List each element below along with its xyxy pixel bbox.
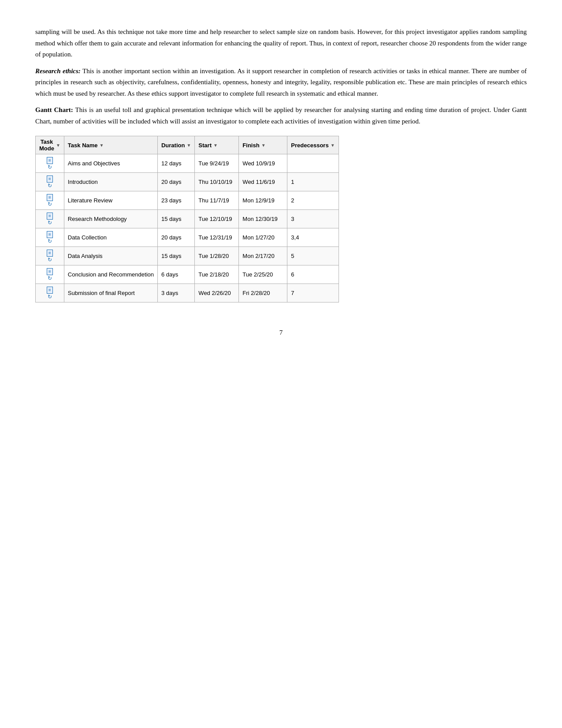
predecessors-cell: 2 [287, 191, 339, 210]
task-mode-cell: ≡↻ [36, 154, 64, 173]
col-header-predecessors[interactable]: Predecessors ▼ [287, 136, 339, 154]
predecessors-cell: 3 [287, 210, 339, 228]
duration-cell: 12 days [157, 154, 194, 173]
table-header-row: TaskMode ▼ Task Name ▼ Duration ▼ [36, 136, 339, 154]
task-name-cell: Literature Review [64, 191, 157, 210]
task-mode-dropdown-icon[interactable]: ▼ [56, 143, 60, 148]
finish-cell: Fri 2/28/20 [239, 284, 287, 302]
duration-cell: 6 days [157, 265, 194, 284]
task-mode-icon: ≡↻ [47, 250, 53, 263]
col-header-duration[interactable]: Duration ▼ [157, 136, 194, 154]
task-name-cell: Research Methodology [64, 210, 157, 228]
duration-cell: 20 days [157, 228, 194, 247]
finish-dropdown-icon[interactable]: ▼ [261, 143, 266, 148]
pred-header-label: Predecessors [291, 142, 328, 149]
table-row: ≡↻Literature Review23 daysThu 11/7/19Mon… [36, 191, 339, 210]
duration-cell: 15 days [157, 247, 194, 265]
task-mode-cell: ≡↻ [36, 228, 64, 247]
task-name-cell: Data Collection [64, 228, 157, 247]
task-mode-cell: ≡↻ [36, 191, 64, 210]
start-cell: Tue 9/24/19 [195, 154, 239, 173]
table-row: ≡↻Conclusion and Recommendetion6 daysTue… [36, 265, 339, 284]
pred-dropdown-icon[interactable]: ▼ [331, 143, 335, 148]
task-mode-cell: ≡↻ [36, 284, 64, 302]
gantt-table-wrapper: TaskMode ▼ Task Name ▼ Duration ▼ [35, 136, 527, 302]
task-mode-header-label: TaskMode [39, 138, 54, 152]
task-mode-icon: ≡↻ [47, 287, 53, 300]
gantt-table: TaskMode ▼ Task Name ▼ Duration ▼ [35, 136, 339, 302]
predecessors-cell: 1 [287, 173, 339, 191]
col-header-start[interactable]: Start ▼ [195, 136, 239, 154]
table-row: ≡↻Aims and Objectives12 daysTue 9/24/19W… [36, 154, 339, 173]
task-name-header-label: Task Name [68, 142, 98, 149]
paragraph-2-text: This is another important section within… [35, 67, 527, 97]
finish-cell: Wed 11/6/19 [239, 173, 287, 191]
col-header-finish[interactable]: Finish ▼ [239, 136, 287, 154]
predecessors-cell: 3,4 [287, 228, 339, 247]
task-name-cell: Aims and Objectives [64, 154, 157, 173]
task-mode-cell: ≡↻ [36, 173, 64, 191]
research-ethics-label: Research ethics: [35, 67, 81, 75]
task-mode-icon: ≡↻ [47, 157, 53, 170]
page-number: 7 [35, 329, 527, 336]
duration-header-label: Duration [161, 142, 185, 149]
start-cell: Tue 2/18/20 [195, 265, 239, 284]
start-cell: Tue 12/31/19 [195, 228, 239, 247]
duration-cell: 23 days [157, 191, 194, 210]
paragraph-3: Gantt Chart: This is an useful toll and … [35, 105, 527, 127]
task-mode-icon: ≡↻ [47, 175, 53, 189]
duration-cell: 3 days [157, 284, 194, 302]
start-cell: Tue 1/28/20 [195, 247, 239, 265]
finish-cell: Mon 1/27/20 [239, 228, 287, 247]
table-row: ≡↻Research Methodology15 daysTue 12/10/1… [36, 210, 339, 228]
task-mode-icon: ≡↻ [47, 231, 53, 244]
task-name-cell: Introduction [64, 173, 157, 191]
col-header-task-name[interactable]: Task Name ▼ [64, 136, 157, 154]
task-mode-icon: ≡↻ [47, 194, 53, 207]
finish-cell: Mon 12/9/19 [239, 191, 287, 210]
task-name-dropdown-icon[interactable]: ▼ [100, 143, 104, 148]
start-cell: Thu 10/10/19 [195, 173, 239, 191]
task-mode-cell: ≡↻ [36, 265, 64, 284]
task-name-cell: Data Analysis [64, 247, 157, 265]
predecessors-cell [287, 154, 339, 173]
start-cell: Thu 11/7/19 [195, 191, 239, 210]
duration-dropdown-icon[interactable]: ▼ [186, 143, 191, 148]
finish-cell: Wed 10/9/19 [239, 154, 287, 173]
table-row: ≡↻Introduction20 daysThu 10/10/19Wed 11/… [36, 173, 339, 191]
table-row: ≡↻Data Collection20 daysTue 12/31/19Mon … [36, 228, 339, 247]
table-row: ≡↻Data Analysis15 daysTue 1/28/20Mon 2/1… [36, 247, 339, 265]
task-mode-cell: ≡↻ [36, 247, 64, 265]
finish-cell: Mon 12/30/19 [239, 210, 287, 228]
gantt-chart-label: Gantt Chart: [35, 106, 73, 113]
task-name-cell: Submission of final Report [64, 284, 157, 302]
task-mode-icon: ≡↻ [47, 268, 53, 281]
finish-cell: Mon 2/17/20 [239, 247, 287, 265]
finish-header-label: Finish [242, 142, 259, 149]
start-cell: Wed 2/26/20 [195, 284, 239, 302]
predecessors-cell: 6 [287, 265, 339, 284]
predecessors-cell: 5 [287, 247, 339, 265]
paragraph-1: sampling will be used. As this technique… [35, 26, 527, 60]
paragraph-2: Research ethics: This is another importa… [35, 66, 527, 100]
col-header-task-mode[interactable]: TaskMode ▼ [36, 136, 64, 154]
start-header-label: Start [198, 142, 212, 149]
predecessors-cell: 7 [287, 284, 339, 302]
duration-cell: 15 days [157, 210, 194, 228]
table-row: ≡↻Submission of final Report3 daysWed 2/… [36, 284, 339, 302]
task-mode-icon: ≡↻ [47, 213, 53, 226]
task-mode-cell: ≡↻ [36, 210, 64, 228]
finish-cell: Tue 2/25/20 [239, 265, 287, 284]
start-dropdown-icon[interactable]: ▼ [213, 143, 218, 148]
duration-cell: 20 days [157, 173, 194, 191]
start-cell: Tue 12/10/19 [195, 210, 239, 228]
paragraph-3-text: This is an useful toll and graphical pre… [35, 106, 527, 125]
task-name-cell: Conclusion and Recommendetion [64, 265, 157, 284]
text-content: sampling will be used. As this technique… [35, 26, 527, 127]
